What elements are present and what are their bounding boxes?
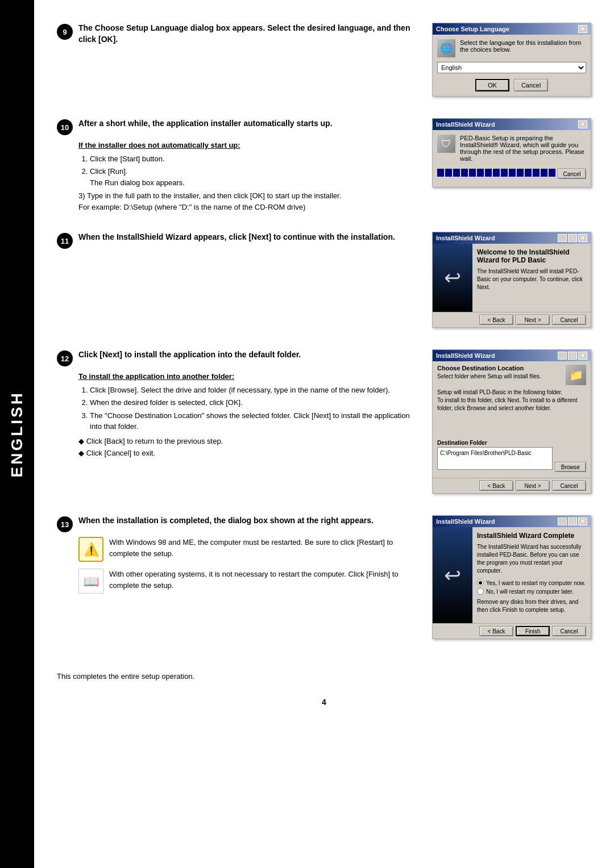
dest-back-button[interactable]: < Back [479, 481, 513, 491]
wizard-logo-icon: ↩ [444, 266, 461, 290]
step-10-run-note: The Run dialog box appears. [90, 178, 185, 187]
sidebar: ENGLISH [0, 0, 34, 868]
complete-body: The InstallShield Wizard has successfull… [477, 543, 586, 575]
progress-block-8 [493, 169, 500, 177]
dest-header-row: Choose Destination Location Select folde… [437, 365, 586, 385]
step-9-badge: 9 [57, 24, 73, 40]
step-11-row: 11 When the InstallShield Wizard appears… [57, 232, 591, 332]
step-11-title: When the InstallShield Wizard appears, c… [78, 232, 395, 243]
dest-next-button[interactable]: Next > [516, 481, 550, 491]
wizard-dialog-title: InstallShield Wizard [436, 235, 495, 241]
dest-path-text: C:\Program Files\Brother\PLD-Basic [440, 450, 532, 456]
step-10-item-2: Click [Run]. The Run dialog box appears. [90, 166, 421, 188]
dest-titlebar-buttons: _ □ ✕ [558, 352, 587, 360]
ok-button[interactable]: OK [475, 79, 509, 91]
complete-minimize-icon[interactable]: _ [558, 518, 567, 525]
warning-icon: ⚠️ [78, 537, 103, 562]
language-select[interactable]: English [437, 62, 586, 73]
installshield-icon: 🛡 [437, 135, 455, 153]
progress-block-7 [485, 169, 492, 177]
browse-button[interactable]: Browse [555, 462, 586, 472]
step-13-left: 13 When the installation is completed, t… [57, 515, 421, 600]
complete-cancel-button[interactable]: Cancel [552, 626, 586, 636]
maximize-icon[interactable]: □ [568, 234, 577, 242]
back-button[interactable]: < Back [479, 315, 513, 325]
dialog-title: Choose Setup Language [436, 26, 509, 32]
complete-dialog-title: InstallShield Wizard [436, 518, 495, 525]
step-12-header: 12 Click [Next] to install the applicati… [57, 349, 421, 366]
sidebar-label: ENGLISH [8, 391, 26, 477]
complete-titlebar-buttons: _ □ ✕ [558, 518, 587, 525]
complete-maximize-icon[interactable]: □ [568, 518, 577, 525]
step-9-header: 9 The Choose Setup Language dialog box a… [57, 23, 421, 45]
minimize-icon[interactable]: _ [558, 234, 567, 242]
dialog-content-row: 🌐 Select the language for this installat… [437, 39, 586, 57]
dest-path-box: C:\Program Files\Brother\PLD-Basic [437, 447, 553, 470]
dialog-label: Select the language for this installatio… [460, 39, 586, 55]
wizard-titlebar-buttons: _ □ ✕ [558, 234, 587, 242]
step-13-note-warning: ⚠️ With Windows 98 and ME, the computer … [78, 537, 421, 562]
progress-block-5 [469, 169, 476, 177]
complete-close-icon[interactable]: ✕ [578, 518, 587, 525]
step-9-right: Choose Setup Language ✕ 🌐 Select the lan… [432, 23, 591, 101]
cancel-button-3[interactable]: Cancel [552, 315, 586, 325]
step-10-row: 10 After a short while, the application … [57, 118, 591, 215]
next-button[interactable]: Next > [516, 315, 550, 325]
cancel-button[interactable]: Cancel [514, 79, 548, 91]
step-13-note-book: 📖 With other operating systems, it is no… [78, 569, 421, 594]
progress-block-11 [517, 169, 524, 177]
close-button[interactable]: ✕ [578, 25, 587, 33]
installshield-titlebar: InstallShield Wizard ✕ [433, 119, 591, 130]
dest-maximize-icon[interactable]: □ [568, 352, 577, 360]
step-10-subtitle: If the installer does not automatically … [78, 140, 421, 151]
choose-language-dialog: Choose Setup Language ✕ 🌐 Select the lan… [432, 23, 591, 97]
wizard-content: ↩ Welcome to the InstallShield Wizard fo… [433, 244, 591, 312]
step-9-row: 9 The Choose Setup Language dialog box a… [57, 23, 591, 101]
installshield-text-block: PED-Basic Setup is preparing the Install… [460, 135, 586, 164]
installshield-body: 🛡 PED-Basic Setup is preparing the Insta… [433, 130, 591, 187]
step-12-title: Click [Next] to install the application … [78, 349, 301, 361]
step-10-body: If the installer does not automatically … [78, 140, 421, 212]
wizard-right-panel: Welcome to the InstallShield Wizard for … [472, 244, 591, 312]
step-9-left: 9 The Choose Setup Language dialog box a… [57, 23, 421, 49]
step-10-header: 10 After a short while, the application … [57, 118, 421, 135]
progress-block-3 [453, 169, 460, 177]
progress-block-1 [437, 169, 444, 177]
step-10-list: Click the [Start] button. Click [Run]. T… [78, 153, 421, 189]
step-12-right: InstallShield Wizard _ □ ✕ Choose Destin… [432, 349, 591, 498]
dest-minimize-icon[interactable]: _ [558, 352, 567, 360]
step-13-title: When the installation is completed, the … [78, 515, 374, 527]
radio-no-label: No, I will restart my computer later. [486, 589, 574, 595]
dest-close-icon[interactable]: ✕ [578, 352, 587, 360]
step-10-left: 10 After a short while, the application … [57, 118, 421, 215]
step-9-title: The Choose Setup Language dialog box app… [78, 23, 421, 45]
progress-block-4 [461, 169, 468, 177]
step-13-body: ⚠️ With Windows 98 and ME, the computer … [78, 537, 421, 594]
close-icon-2[interactable]: ✕ [578, 234, 587, 242]
dest-subtitle: Choose Destination Location [437, 365, 561, 372]
progress-block-13 [533, 169, 540, 177]
dest-folder-row: C:\Program Files\Brother\PLD-Basic Brows… [437, 447, 586, 472]
dest-body-text: Setup will install PLD-Basic in the foll… [437, 389, 586, 412]
complete-logo-icon: ↩ [444, 564, 461, 587]
close-icon[interactable]: ✕ [578, 120, 587, 128]
step-12-subtitle: To install the application into another … [78, 371, 421, 382]
installshield-title: InstallShield Wizard [436, 121, 495, 128]
complete-right-panel: InstallShield Wizard Complete The Instal… [472, 527, 591, 623]
step-11-right: InstallShield Wizard _ □ ✕ ↩ Welcome to … [432, 232, 591, 332]
dialog-buttons: OK Cancel [437, 79, 586, 91]
step-12-item-1: Click [Browse]. Select the drive and fol… [90, 385, 421, 396]
radio-no-dot[interactable] [477, 588, 484, 595]
finish-button[interactable]: Finish [516, 626, 550, 636]
complete-back-button[interactable]: < Back [479, 626, 513, 636]
progress-block-15 [549, 169, 555, 177]
wizard-welcome-title: Welcome to the InstallShield Wizard for … [477, 248, 586, 264]
step-12-left: 12 Click [Next] to install the applicati… [57, 349, 421, 460]
dialog-icon: 🌐 [437, 39, 455, 57]
cancel-button-2[interactable]: Cancel [558, 169, 586, 179]
dest-cancel-button[interactable]: Cancel [552, 481, 586, 491]
step-10-item-3: 3) Type in the full path to the installe… [78, 190, 421, 212]
radio-no: No, I will restart my computer later. [477, 588, 586, 595]
step-10-title: After a short while, the application ins… [78, 118, 333, 130]
radio-yes-dot[interactable] [477, 579, 484, 586]
